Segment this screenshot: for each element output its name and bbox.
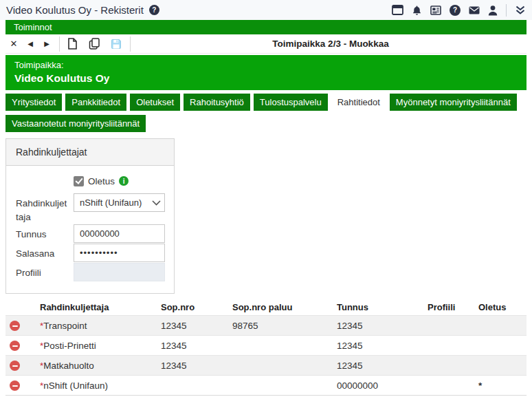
tab-bar: Yritystiedot Pankkitiedot Oletukset Raho… [5, 94, 527, 132]
chevron-down-icon [152, 200, 161, 206]
carriers-table: Rahdinkuljettaja Sop.nro Sop.nro paluu T… [5, 299, 527, 396]
delete-row-icon[interactable] [10, 341, 20, 351]
prev-record-icon[interactable]: ◀ [22, 36, 38, 52]
tab-oletukset[interactable]: Oletukset [130, 94, 180, 111]
mail-icon[interactable] [469, 6, 480, 14]
help-icon[interactable]: ? [450, 5, 461, 16]
toolbar-separator [59, 36, 60, 52]
carrier-select[interactable]: nShift (Unifaun) [74, 193, 165, 212]
tunnus-field-row: Tunnus [10, 224, 170, 243]
cell-tunnus: 12345 [333, 356, 423, 376]
panel-body: Oletus i Rahdinkuljettaja nShift (Unifau… [6, 166, 174, 293]
panel-title: Rahdinkuljettajat [6, 139, 174, 166]
save-icon[interactable] [108, 36, 124, 52]
titlebar-actions: ? [392, 4, 526, 17]
tab-rahoitusyhtio[interactable]: Rahoitusyhtiö [184, 94, 250, 111]
table-row: *Matkahuolto 12345 12345 [5, 356, 527, 376]
cell-sop-nro: 12345 [157, 356, 228, 376]
record-toolbar: ✕ ◀ ▶ Toimipaikka 2/3 - Muokkaa [5, 34, 527, 54]
location-banner: Toimipaikka: Video Koulutus Oy [5, 55, 527, 90]
delete-row-icon[interactable] [10, 321, 20, 331]
profiili-label: Profiili [10, 263, 74, 281]
cell-sop-nro-paluu: 98765 [228, 316, 333, 336]
next-record-icon[interactable]: ▶ [38, 36, 55, 52]
col-profiili: Profiili [423, 299, 474, 316]
tunnus-input[interactable] [74, 224, 165, 243]
window-icon[interactable] [392, 5, 403, 15]
tab-vastaanotetut-moniyritysliitannat[interactable]: Vastaanotetut moniyritysliitännät [5, 115, 146, 132]
page-content: Toiminnot ✕ ◀ ▶ Toimipaikka 2/3 - Muokka… [0, 20, 532, 396]
cell-sop-nro: 12345 [157, 336, 228, 356]
salasana-field-row: Salasana [10, 244, 170, 262]
app-titlebar: Video Koulutus Oy - Rekisterit ? ? [0, 0, 532, 20]
cell-profiili [423, 376, 474, 396]
title-help-icon[interactable]: ? [149, 5, 159, 15]
salasana-label: Salasana [10, 244, 74, 262]
cell-sop-nro-paluu [228, 336, 333, 356]
tab-myonnetyt-moniyritysliitannat[interactable]: Myönnetyt moniyritysliitännät [390, 94, 517, 111]
carrier-name: nShift (Unifaun) [43, 380, 108, 391]
table-row: *Transpoint 12345 98765 12345 [5, 316, 527, 336]
col-rahdinkuljettaja: Rahdinkuljettaja [36, 299, 157, 316]
table-row: *Posti-Prinetti 12345 12345 [5, 336, 527, 356]
menubar: Toiminnot [5, 20, 527, 34]
cell-profiili [423, 356, 474, 376]
cell-sop-nro: 12345 [157, 316, 228, 336]
tab-yritystiedot[interactable]: Yritystiedot [5, 94, 62, 111]
user-icon[interactable] [488, 5, 498, 16]
cell-tunnus: 12345 [333, 316, 423, 336]
tab-pankkitiedot[interactable]: Pankkitiedot [65, 94, 126, 111]
cell-sop-nro-paluu [228, 376, 333, 396]
cell-tunnus: 00000000 [333, 376, 423, 396]
table-header-row: Rahdinkuljettaja Sop.nro Sop.nro paluu T… [5, 299, 527, 316]
menu-toiminnot[interactable]: Toiminnot [14, 22, 52, 32]
delete-column-header [5, 299, 36, 316]
col-sop-nro: Sop.nro [157, 299, 228, 316]
cell-sop-nro [157, 376, 228, 396]
cell-oletus [474, 316, 527, 336]
cell-tunnus: 12345 [333, 336, 423, 356]
tunnus-label: Tunnus [10, 224, 74, 243]
profiili-field-row: Profiili [10, 263, 170, 281]
col-sop-nro-paluu: Sop.nro paluu [228, 299, 333, 316]
cell-profiili [423, 316, 474, 336]
app-title: Video Koulutus Oy - Rekisterit [6, 4, 144, 16]
cell-profiili [423, 336, 474, 356]
carrier-field-row: Rahdinkuljettaja nShift (Unifaun) [10, 193, 170, 224]
close-icon[interactable]: ✕ [5, 36, 22, 52]
carrier-name: Transpoint [43, 321, 87, 331]
carrier-name: Matkahuolto [43, 361, 94, 371]
new-record-icon[interactable] [64, 36, 80, 52]
delete-row-icon[interactable] [10, 361, 20, 371]
double-chevron-down-icon[interactable] [515, 5, 526, 16]
oletus-checkbox[interactable] [74, 176, 84, 186]
banner-company: Video Koulutus Oy [14, 72, 518, 85]
carrier-label: Rahdinkuljettaja [10, 193, 74, 224]
cell-oletus [474, 336, 527, 356]
cell-oletus [474, 356, 527, 376]
toolbar-separator-2 [130, 36, 131, 52]
carriers-panel: Rahdinkuljettajat Oletus i Rahdinkuljett… [5, 138, 175, 294]
carrier-name: Posti-Prinetti [43, 341, 96, 351]
delete-row-icon[interactable] [10, 380, 20, 391]
bell-icon[interactable] [412, 5, 422, 16]
record-title: Toimipaikka 2/3 - Muokkaa [135, 39, 527, 49]
profiili-input [74, 263, 165, 281]
tab-rahtitiedot[interactable]: Rahtitiedot [331, 94, 386, 111]
salasana-input[interactable] [74, 244, 165, 262]
cell-oletus: * [474, 376, 527, 396]
col-oletus: Oletus [474, 299, 527, 316]
table-row: *nShift (Unifaun) 00000000 * [5, 376, 527, 396]
titlebar-separator [506, 4, 507, 17]
tab-tulostuspalvelu[interactable]: Tulostuspalvelu [254, 94, 328, 111]
oletus-row: Oletus i [74, 175, 170, 187]
info-icon[interactable]: i [119, 176, 129, 186]
oletus-label: Oletus [88, 176, 115, 186]
copy-icon[interactable] [86, 36, 102, 52]
news-icon[interactable] [430, 6, 441, 15]
banner-label: Toimipaikka: [14, 60, 518, 70]
col-tunnus: Tunnus [333, 299, 423, 316]
cell-sop-nro-paluu [228, 356, 333, 376]
